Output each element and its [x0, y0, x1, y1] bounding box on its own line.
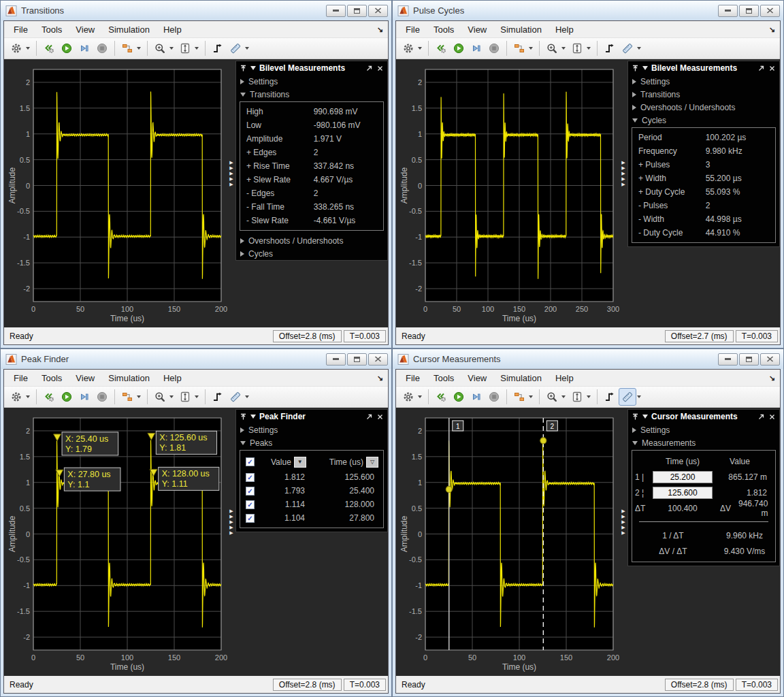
run-button[interactable] [58, 388, 76, 406]
menu-help[interactable]: Help [549, 21, 581, 37]
undock-icon[interactable] [757, 65, 765, 72]
menu-simulation[interactable]: Simulation [493, 21, 549, 37]
titlebar[interactable]: Peak Finder [1, 349, 391, 369]
close-button[interactable] [368, 5, 388, 17]
zoom-caret-icon[interactable] [561, 395, 566, 398]
gear-caret-icon[interactable] [418, 395, 422, 398]
measurements-button[interactable] [227, 39, 244, 57]
dock-pin-icon[interactable] [632, 65, 639, 72]
snapshot-caret-icon[interactable] [137, 47, 141, 50]
close-button[interactable] [760, 353, 780, 366]
zoom-in-button[interactable] [543, 388, 561, 406]
menu-tools[interactable]: Tools [427, 370, 461, 386]
dock-pin-icon[interactable] [240, 413, 247, 421]
step-back-button[interactable] [432, 388, 450, 406]
menu-view[interactable]: View [69, 21, 101, 37]
cursor-1-time-input[interactable]: 25.200 [653, 471, 713, 483]
minimize-button[interactable] [718, 5, 738, 17]
maximize-button[interactable] [347, 353, 367, 366]
run-button[interactable] [450, 39, 468, 57]
panel-section-overshoots[interactable]: Overshoots / Undershoots [628, 101, 779, 114]
zoom-in-button[interactable] [543, 39, 561, 57]
collapse-panel-icon[interactable] [250, 415, 256, 419]
collapse-panel-icon[interactable] [642, 415, 648, 419]
panel-section-measurements[interactable]: Measurements [628, 436, 779, 449]
fit-to-view-button[interactable] [176, 39, 194, 57]
stop-button[interactable] [93, 388, 111, 406]
trigger-button[interactable] [601, 388, 619, 406]
titlebar[interactable]: Cursor Measurements [393, 349, 783, 369]
menu-tools[interactable]: Tools [35, 21, 69, 37]
dock-pin-icon[interactable] [632, 413, 639, 421]
panel-splitter[interactable]: ▶ ▶ ▶ ▶ ▶ [227, 59, 235, 327]
menu-simulation[interactable]: Simulation [101, 370, 157, 386]
stop-button[interactable] [485, 388, 503, 406]
scope-plot[interactable]: 050100150200250300-2-1.5-1-0.500.511.52T… [400, 61, 619, 326]
peak-checkbox[interactable]: ✓ [246, 500, 255, 509]
panel-section-transitions[interactable]: Transitions [628, 88, 779, 101]
menu-tools[interactable]: Tools [35, 370, 69, 386]
trigger-button[interactable] [209, 388, 227, 406]
measurements-button[interactable] [227, 388, 244, 406]
cursor-2-time-input[interactable]: 125.600 [653, 487, 713, 499]
panel-splitter[interactable]: ▶ ▶ ▶ ▶ ▶ [619, 408, 627, 676]
menu-view[interactable]: View [69, 370, 101, 386]
close-panel-icon[interactable] [768, 65, 776, 72]
fit-to-view-button[interactable] [568, 39, 586, 57]
simulink-snapshot-button[interactable] [118, 39, 136, 57]
gear-caret-icon[interactable] [26, 395, 30, 398]
simulink-snapshot-button[interactable] [510, 388, 528, 406]
zoom-in-button[interactable] [151, 388, 169, 406]
step-forward-button[interactable] [76, 388, 93, 406]
peak-checkbox[interactable]: ✓ [246, 487, 255, 496]
undock-icon[interactable] [757, 413, 765, 421]
panel-splitter[interactable]: ▶ ▶ ▶ ▶ ▶ [227, 408, 235, 676]
run-button[interactable] [450, 388, 468, 406]
close-panel-icon[interactable] [768, 413, 776, 421]
scope-plot[interactable]: 050100150200-2-1.5-1-0.500.511.52Time (u… [400, 409, 619, 675]
select-all-checkbox[interactable]: ✓ [246, 457, 255, 466]
panel-section-settings[interactable]: Settings [628, 423, 779, 436]
titlebar[interactable]: Transitions [1, 1, 391, 20]
menu-view[interactable]: View [461, 21, 493, 37]
trigger-button[interactable] [601, 39, 619, 57]
panel-section-cycles[interactable]: Cycles [236, 247, 387, 260]
step-back-button[interactable] [40, 39, 58, 57]
measurements-button[interactable] [619, 39, 636, 57]
simulink-snapshot-button[interactable] [118, 388, 136, 406]
menu-simulation[interactable]: Simulation [493, 370, 549, 386]
settings-gear-button[interactable] [399, 39, 417, 57]
menu-file[interactable]: File [7, 370, 35, 386]
minimize-button[interactable] [326, 353, 346, 366]
fit-caret-icon[interactable] [195, 395, 199, 398]
menu-file[interactable]: File [7, 21, 35, 37]
stop-button[interactable] [485, 39, 503, 57]
menu-help[interactable]: Help [549, 370, 581, 386]
panel-section-settings[interactable]: Settings [236, 75, 387, 88]
menu-file[interactable]: File [399, 370, 427, 386]
measurements-caret-icon[interactable] [637, 47, 641, 50]
settings-gear-button[interactable] [7, 39, 25, 57]
step-back-button[interactable] [40, 388, 58, 406]
measurements-caret-icon[interactable] [245, 395, 249, 398]
snapshot-caret-icon[interactable] [137, 395, 141, 398]
menu-help[interactable]: Help [157, 21, 189, 37]
panel-section-transitions[interactable]: Transitions [236, 88, 387, 101]
step-back-button[interactable] [432, 39, 450, 57]
collapse-panel-icon[interactable] [642, 66, 648, 70]
minimize-button[interactable] [718, 353, 738, 366]
zoom-caret-icon[interactable] [169, 47, 174, 50]
gear-caret-icon[interactable] [26, 47, 30, 50]
titlebar[interactable]: Pulse Cycles [393, 1, 783, 20]
dock-pin-icon[interactable] [240, 65, 247, 72]
maximize-button[interactable] [739, 353, 759, 366]
zoom-in-button[interactable] [151, 39, 169, 57]
menu-help[interactable]: Help [157, 370, 189, 386]
panel-section-settings[interactable]: Settings [236, 423, 387, 436]
settings-gear-button[interactable] [7, 388, 25, 406]
undock-icon[interactable] [365, 413, 373, 421]
maximize-button[interactable] [739, 5, 759, 17]
zoom-caret-icon[interactable] [561, 47, 566, 50]
menu-overflow-icon[interactable]: ↘ [769, 25, 775, 34]
fit-to-view-button[interactable] [176, 388, 194, 406]
